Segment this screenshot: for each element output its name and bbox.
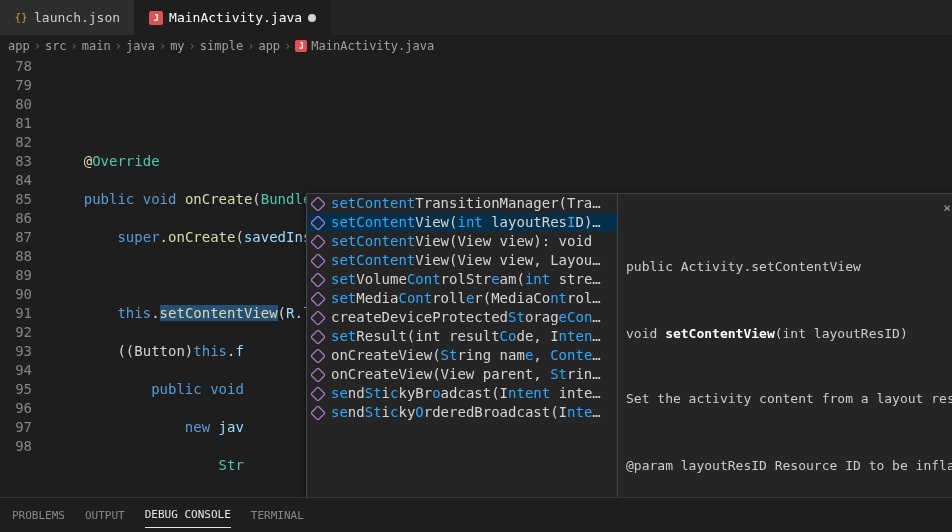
modified-dot-icon xyxy=(308,14,316,22)
suggestion-text: onCreateView(String name, Conte… xyxy=(331,346,613,365)
tab-launch-json[interactable]: {} launch.json xyxy=(0,0,135,35)
suggestion-text: setResult(int resultCode, Inten… xyxy=(331,327,613,346)
java-icon: J xyxy=(149,11,163,25)
suggestion-item[interactable]: setMediaController(MediaControl… xyxy=(307,289,617,308)
doc-signature: public Activity.setContentView xyxy=(626,257,949,276)
code-editor[interactable]: 7879808182838485868788899091929394959697… xyxy=(0,57,952,497)
breadcrumb-item[interactable]: simple xyxy=(200,39,243,53)
chevron-right-icon: › xyxy=(247,39,254,53)
svg-rect-4 xyxy=(311,273,325,287)
breadcrumb-item[interactable]: src xyxy=(45,39,67,53)
suggestion-list[interactable]: setContentTransitionManager(Tra…setConte… xyxy=(307,194,617,422)
suggestion-item[interactable]: createDeviceProtectedStorageCon… xyxy=(307,308,617,327)
bottom-panel: PROBLEMS OUTPUT DEBUG CONSOLE TERMINAL xyxy=(0,497,952,532)
tab-mainactivity[interactable]: J MainActivity.java xyxy=(135,0,331,35)
svg-rect-5 xyxy=(311,292,325,306)
method-icon xyxy=(311,197,325,211)
chevron-right-icon: › xyxy=(159,39,166,53)
tab-label: launch.json xyxy=(34,10,120,25)
suggestion-item[interactable]: setContentView(int layoutResID)… xyxy=(307,213,617,232)
chevron-right-icon: › xyxy=(71,39,78,53)
panel-tab-problems[interactable]: PROBLEMS xyxy=(12,503,65,528)
method-icon xyxy=(311,387,325,401)
method-icon xyxy=(311,368,325,382)
doc-return: void setContentView(int layoutResID) xyxy=(626,324,949,343)
suggestion-item[interactable]: sendStickyBroadcast(Intent inte… xyxy=(307,384,617,403)
panel-tab-terminal[interactable]: TERMINAL xyxy=(251,503,304,528)
suggestion-item[interactable]: setContentTransitionManager(Tra… xyxy=(307,194,617,213)
breadcrumb-item[interactable]: MainActivity.java xyxy=(311,39,434,53)
suggestion-text: setMediaController(MediaControl… xyxy=(331,289,613,308)
suggestion-text: sendStickyBroadcast(Intent inte… xyxy=(331,384,613,403)
suggestion-text: onCreateView(View parent, Strin… xyxy=(331,365,613,384)
svg-rect-6 xyxy=(311,311,325,325)
chevron-right-icon: › xyxy=(34,39,41,53)
method-icon xyxy=(311,273,325,287)
panel-tab-debug-console[interactable]: DEBUG CONSOLE xyxy=(145,502,231,528)
svg-rect-7 xyxy=(311,330,325,344)
breadcrumb: app› src› main› java› my› simple› app› J… xyxy=(0,35,952,57)
chevron-right-icon: › xyxy=(284,39,291,53)
suggestion-item[interactable]: setResult(int resultCode, Inten… xyxy=(307,327,617,346)
breadcrumb-item[interactable]: app xyxy=(258,39,280,53)
doc-body: Set the activity content from a layout r… xyxy=(626,391,949,408)
editor-tabs: {} launch.json J MainActivity.java xyxy=(0,0,952,35)
suggestion-item[interactable]: setContentView(View view, Layou… xyxy=(307,251,617,270)
line-number-gutter: 7879808182838485868788899091929394959697… xyxy=(0,57,50,497)
chevron-right-icon: › xyxy=(189,39,196,53)
suggestion-item[interactable]: onCreateView(View parent, Strin… xyxy=(307,365,617,384)
svg-rect-0 xyxy=(311,197,325,211)
method-icon xyxy=(311,292,325,306)
suggestion-text: createDeviceProtectedStorageCon… xyxy=(331,308,613,327)
breadcrumb-item[interactable]: my xyxy=(170,39,184,53)
svg-rect-1 xyxy=(311,216,325,230)
breadcrumb-item[interactable]: app xyxy=(8,39,30,53)
intellisense-popup: setContentTransitionManager(Tra…setConte… xyxy=(306,193,952,497)
method-icon xyxy=(311,330,325,344)
suggestion-item[interactable]: setVolumeControlStream(int stre… xyxy=(307,270,617,289)
method-icon xyxy=(311,254,325,268)
svg-rect-10 xyxy=(311,387,325,401)
svg-rect-2 xyxy=(311,235,325,249)
breadcrumb-item[interactable]: main xyxy=(82,39,111,53)
method-icon xyxy=(311,406,325,420)
svg-rect-3 xyxy=(311,254,325,268)
json-icon: {} xyxy=(14,11,28,25)
code-content[interactable]: @Override public void onCreate(Bundle sa… xyxy=(50,57,952,497)
doc-param: @param layoutResID Resource ID to be inf… xyxy=(626,456,949,475)
suggestion-item[interactable]: onCreateView(String name, Conte… xyxy=(307,346,617,365)
method-icon xyxy=(311,216,325,230)
svg-rect-9 xyxy=(311,368,325,382)
suggestion-item[interactable]: setContentView(View view): void xyxy=(307,232,617,251)
panel-tab-output[interactable]: OUTPUT xyxy=(85,503,125,528)
method-icon xyxy=(311,311,325,325)
suggestion-documentation: × public Activity.setContentView void se… xyxy=(617,194,952,497)
suggestion-text: setContentView(View view): void xyxy=(331,232,613,251)
breadcrumb-item[interactable]: java xyxy=(126,39,155,53)
suggestion-text: setContentTransitionManager(Tra… xyxy=(331,194,613,213)
suggestion-text: setVolumeControlStream(int stre… xyxy=(331,270,613,289)
svg-rect-8 xyxy=(311,349,325,363)
suggestion-text: setContentView(View view, Layou… xyxy=(331,251,613,270)
tab-label: MainActivity.java xyxy=(169,10,302,25)
close-icon[interactable]: × xyxy=(943,198,951,217)
suggestion-text: setContentView(int layoutResID)… xyxy=(331,213,613,232)
method-icon xyxy=(311,235,325,249)
java-icon: J xyxy=(295,40,307,52)
method-icon xyxy=(311,349,325,363)
suggestion-text: sendStickyOrderedBroadcast(Inte… xyxy=(331,403,613,422)
chevron-right-icon: › xyxy=(115,39,122,53)
suggestion-item[interactable]: sendStickyOrderedBroadcast(Inte… xyxy=(307,403,617,422)
svg-rect-11 xyxy=(311,406,325,420)
